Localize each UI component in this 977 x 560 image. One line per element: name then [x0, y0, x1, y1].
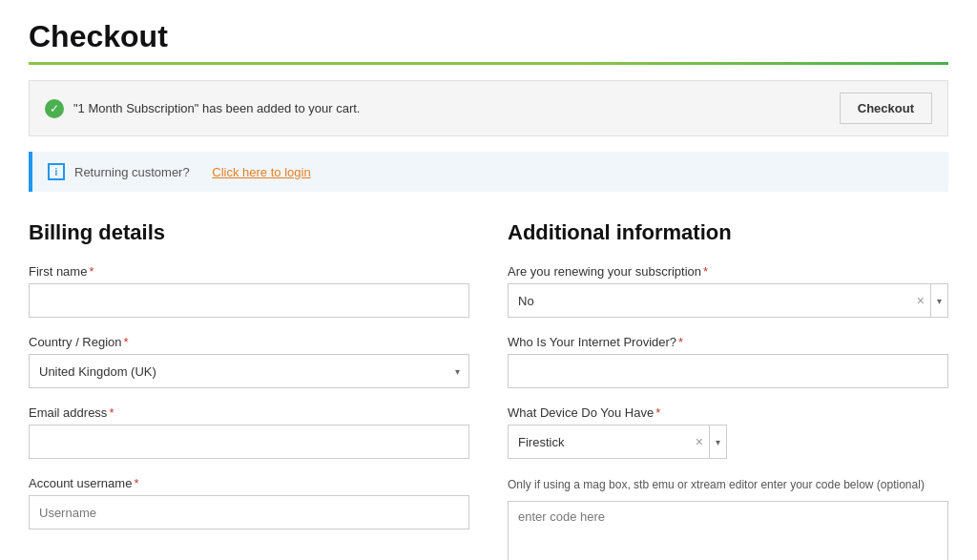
required-star: *: [124, 335, 129, 349]
email-label: Email address*: [29, 405, 469, 420]
optional-note: Only if using a mag box, stb emu or xtre…: [508, 476, 948, 493]
returning-customer-text: Returning customer?: [74, 165, 190, 179]
code-textarea[interactable]: [508, 501, 948, 560]
first-name-group: First name*: [29, 264, 469, 318]
country-label: Country / Region*: [29, 335, 469, 349]
page-title: Checkout: [29, 19, 948, 54]
first-name-label: First name*: [29, 264, 469, 279]
email-group: Email address*: [29, 405, 469, 459]
renewing-select[interactable]: No Yes: [509, 284, 911, 317]
info-icon: i: [48, 163, 65, 180]
country-group: Country / Region* United Kingdom (UK) Un…: [29, 335, 469, 388]
renewing-clear-icon[interactable]: ×: [911, 293, 930, 308]
device-group: What Device Do You Have* Firestick Mag B…: [508, 405, 948, 459]
device-label: What Device Do You Have*: [508, 405, 948, 420]
provider-group: Who Is Your Internet Provider?*: [508, 335, 948, 388]
device-clear-icon[interactable]: ×: [690, 434, 709, 449]
cart-notice-text: "1 Month Subscription" has been added to…: [73, 101, 360, 115]
renewing-label: Are you renewing your subscription*: [508, 264, 948, 279]
first-name-input[interactable]: [29, 283, 469, 318]
required-star: *: [678, 335, 683, 349]
billing-section: Billing details First name* Country / Re…: [29, 220, 469, 560]
additional-section: Additional information Are you renewing …: [508, 220, 948, 560]
required-star: *: [655, 405, 660, 420]
username-label: Account username*: [29, 476, 469, 490]
provider-label: Who Is Your Internet Provider?*: [508, 335, 948, 349]
renewing-group: Are you renewing your subscription* No Y…: [508, 264, 948, 318]
device-select[interactable]: Firestick Mag Box Android Box Smart TV: [509, 425, 690, 458]
checkout-button[interactable]: Checkout: [840, 93, 932, 124]
device-dropdown-arrow-icon[interactable]: ▾: [709, 425, 726, 458]
provider-input[interactable]: [508, 354, 948, 388]
username-input[interactable]: [29, 495, 469, 529]
cart-notice-bar: ✓ "1 Month Subscription" has been added …: [29, 80, 948, 136]
code-group: Only if using a mag box, stb emu or xtre…: [508, 476, 948, 560]
renewing-select-wrapper: No Yes × ▾: [508, 283, 948, 318]
email-input[interactable]: [29, 425, 469, 459]
required-star: *: [703, 264, 708, 279]
login-link[interactable]: Click here to login: [212, 165, 310, 179]
cart-notice-left: ✓ "1 Month Subscription" has been added …: [45, 99, 360, 118]
device-select-wrapper: Firestick Mag Box Android Box Smart TV ×…: [508, 425, 727, 459]
billing-section-title: Billing details: [29, 220, 469, 245]
returning-customer-bar: i Returning customer? Click here to logi…: [29, 152, 948, 192]
required-star: *: [89, 264, 94, 279]
additional-section-title: Additional information: [508, 220, 948, 245]
form-columns: Billing details First name* Country / Re…: [29, 220, 948, 560]
success-icon: ✓: [45, 99, 64, 118]
username-group: Account username*: [29, 476, 469, 529]
required-star: *: [134, 476, 138, 490]
renewing-dropdown-arrow-icon[interactable]: ▾: [930, 284, 947, 317]
country-select-wrapper: United Kingdom (UK) United States (US) C…: [29, 354, 469, 388]
country-select[interactable]: United Kingdom (UK) United States (US) C…: [29, 354, 469, 388]
required-star: *: [109, 405, 114, 420]
title-divider: [29, 62, 948, 65]
